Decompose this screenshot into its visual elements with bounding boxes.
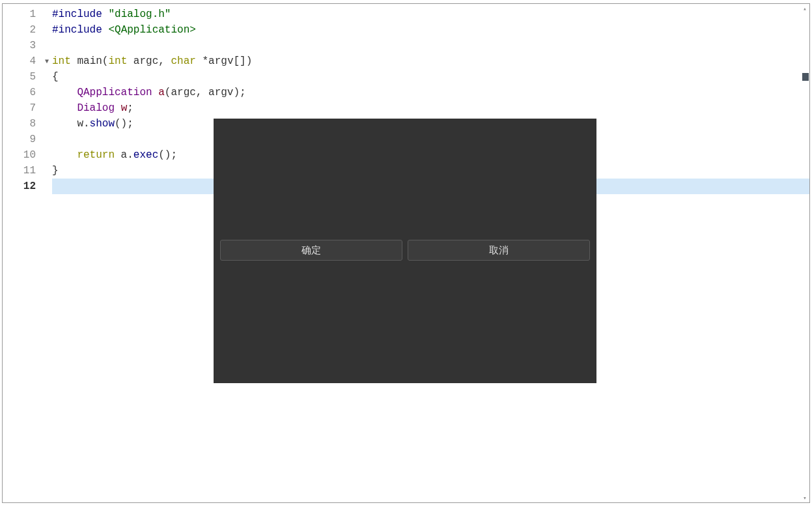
code-token: w [121,102,128,114]
code-token: (); [115,118,133,130]
line-number: 9 [3,132,41,147]
code-token: #include [52,8,108,20]
fold-marker [42,100,52,116]
line-number: 5 [3,69,41,85]
fold-column: ▼ [42,4,52,502]
code-token: char [171,55,195,67]
line-number: 4 [3,53,41,69]
code-line[interactable]: QApplication a(argc, argv); [52,85,809,100]
code-line[interactable]: { [52,69,809,85]
line-number: 3 [3,38,41,53]
code-token: main [77,55,102,67]
code-token: a [158,87,165,98]
line-number: 10 [3,147,41,163]
fold-marker [42,22,52,38]
fold-marker [42,38,52,53]
fold-marker [42,132,52,147]
line-number: 7 [3,100,41,116]
code-token: QApplication [77,87,152,98]
code-token [152,87,159,98]
fold-marker [42,69,52,85]
fold-marker [42,85,52,100]
code-token: } [52,165,59,177]
code-line[interactable]: #include <QApplication> [52,22,809,38]
line-number-gutter: 123456789101112 [3,4,42,502]
code-token: int [108,55,127,67]
code-token: exec [133,149,158,161]
code-line[interactable]: Dialog w; [52,100,809,116]
code-token [71,55,77,67]
code-token: #include [52,24,108,36]
code-token [52,102,77,114]
fold-marker [42,179,52,194]
line-number: 2 [3,22,41,38]
code-line[interactable] [52,38,809,53]
code-token: (); [158,149,177,161]
code-token: ; [127,102,133,114]
line-number: 12 [3,179,41,194]
code-line[interactable]: int main(int argc, char *argv[]) [52,53,809,69]
code-token [115,102,121,114]
dialog-button-row: 确定 取消 [220,240,590,261]
code-token: show [90,118,115,130]
fold-marker [42,7,52,22]
code-line[interactable]: #include "dialog.h" [52,7,809,22]
code-token: Dialog [77,102,115,114]
dialog-window: 确定 取消 [214,119,596,383]
code-token: return [77,149,115,161]
ok-button[interactable]: 确定 [220,240,402,261]
scroll-down-arrow-icon[interactable]: ▾ [800,493,809,502]
line-number: 11 [3,163,41,179]
code-token: w. [52,118,90,130]
line-number: 8 [3,116,41,132]
code-token: int [52,55,71,67]
code-token [52,149,77,161]
code-token: *argv[]) [196,55,252,67]
code-token: a. [115,149,133,161]
code-token [52,87,77,98]
code-token: "dialog.h" [108,8,171,20]
line-number: 1 [3,7,41,22]
fold-marker [42,147,52,163]
cancel-button[interactable]: 取消 [408,240,590,261]
code-token: <QApplication> [108,24,195,36]
fold-triangle-icon[interactable]: ▼ [42,53,52,69]
line-number: 6 [3,85,41,100]
code-token: ( [102,55,109,67]
fold-marker [42,116,52,132]
fold-marker [42,163,52,179]
code-token: { [52,71,59,83]
code-token: argc, [127,55,171,67]
code-token: (argc, argv); [165,87,246,98]
